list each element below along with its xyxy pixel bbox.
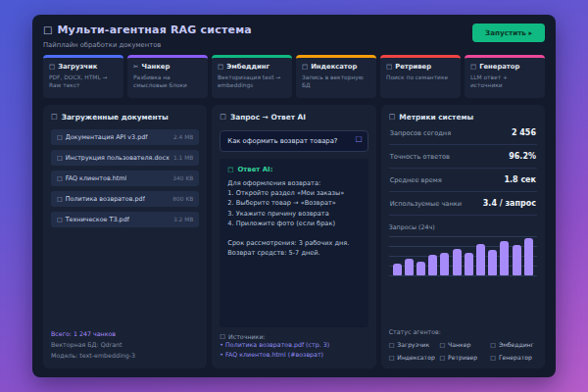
metric-row: Среднее время 1.8 сек xyxy=(389,169,537,192)
stage-title: Генератор xyxy=(479,63,519,71)
model-info: Модель: text-embedding-3 xyxy=(51,350,199,361)
stage-title: Индексатор xyxy=(311,63,357,71)
pipeline-row: □Загрузчик PDF, DOCX, HTML → Raw текст ✂… xyxy=(43,55,545,98)
query-input[interactable] xyxy=(220,130,368,152)
source-link[interactable]: • FAQ клиентов.html (#возврат) xyxy=(220,350,368,361)
agent-status-indexer: □Индексатор xyxy=(389,354,436,361)
agent-name: Индексатор xyxy=(397,354,434,361)
stage-card-generator[interactable]: □Генератор LLM ответ + источники xyxy=(465,55,545,98)
metric-row: Используемые чанки 3.4 / запрос xyxy=(389,192,537,216)
metric-value: 96.2% xyxy=(509,152,536,161)
file-size: 3.2 MB xyxy=(173,217,193,222)
chart-bar xyxy=(513,245,521,275)
chart-bar xyxy=(440,253,449,275)
metric-label: Используемые чанки xyxy=(390,200,462,208)
app-icon: □ xyxy=(43,25,52,35)
stage-card-loader[interactable]: □Загрузчик PDF, DOCX, HTML → Raw текст xyxy=(43,55,123,98)
chart-bar xyxy=(453,249,462,275)
metric-label: Среднее время xyxy=(390,176,442,184)
stage-card-indexer[interactable]: □Индексатор Запись в векторную БД xyxy=(296,55,376,98)
chart-bar xyxy=(488,250,497,275)
search-icon[interactable]: □ xyxy=(356,134,363,143)
file-name: Документация API v3.pdf xyxy=(66,133,148,141)
documents-panel: □Загруженные документы □Документация API… xyxy=(43,105,207,368)
answer-line: 2. Выберите товар → «Возврат» xyxy=(227,198,360,208)
chart-bar xyxy=(416,262,425,275)
metrics-panel: □Метрики системы Запросов сегодня 2 456 … xyxy=(381,105,545,368)
stage-card-chunker[interactable]: ✂Чанкер Разбивка на смысловые блоки xyxy=(127,55,208,98)
agents-status-block: Статус агентов: □Загрузчик □Чанкер □Эмбе… xyxy=(389,328,537,361)
answer-label: Ответ AI: xyxy=(237,166,272,173)
page-title: Мульти-агентная RAG система xyxy=(57,24,252,36)
stage-title: Чанкер xyxy=(141,63,170,71)
source-link[interactable]: • Политика возвратов.pdf (стр. 3) xyxy=(220,340,368,351)
stage-desc: Запись в векторную БД xyxy=(302,74,370,90)
app-header: □ Мульти-агентная RAG система Пайплайн о… xyxy=(43,24,545,49)
file-row[interactable]: □Техническое ТЗ.pdf 3.2 MB xyxy=(51,212,199,227)
requests-chart xyxy=(389,234,537,276)
answer-line: 3. Укажите причину возврата xyxy=(227,209,360,219)
file-row[interactable]: □Инструкция пользователя.docx 1.1 MB xyxy=(51,150,199,166)
stage-desc: Разбивка на смысловые блоки xyxy=(133,74,202,90)
answer-line: Возврат средств: 5-7 дней. xyxy=(227,248,360,258)
status-dot-icon: □ xyxy=(389,355,395,361)
file-name: Политика возвратов.pdf xyxy=(66,195,145,203)
chart-bar xyxy=(476,244,485,275)
file-name: Инструкция пользователя.docx xyxy=(66,154,170,162)
answer-box: □Ответ AI: Для оформления возврата: 1. О… xyxy=(220,159,368,327)
sources-icon: □ xyxy=(220,333,225,339)
stage-card-embedding[interactable]: □Эмбеддинг Векторизация text → embedding… xyxy=(212,55,292,98)
file-row[interactable]: □FAQ клиентов.html 340 KB xyxy=(51,171,199,186)
file-icon: □ xyxy=(57,196,63,202)
agent-status-generator: □Генератор xyxy=(490,354,537,361)
documents-header: Загруженные документы xyxy=(62,113,169,122)
metric-value: 2 456 xyxy=(512,128,536,137)
file-list: □Документация API v3.pdf 2.4 MB □Инструк… xyxy=(51,129,199,232)
stage-desc: Векторизация text → embeddings xyxy=(218,74,286,90)
answer-line xyxy=(227,228,360,238)
file-size: 2.4 MB xyxy=(173,134,193,140)
chart-bar xyxy=(465,253,473,275)
agents-grid: □Загрузчик □Чанкер □Эмбеддинг □Индексато… xyxy=(389,341,537,361)
metric-row: Запросов сегодня 2 456 xyxy=(389,122,537,145)
page-subtitle: Пайплайн обработки документов xyxy=(43,41,252,49)
run-pipeline-button[interactable]: Запустить ▸ xyxy=(472,24,545,42)
metric-label: Точность ответов xyxy=(390,153,450,161)
indexer-icon: □ xyxy=(302,64,308,71)
status-dot-icon: □ xyxy=(439,355,445,361)
stage-card-retriever[interactable]: □Ретривер Поиск по семантике xyxy=(380,55,461,98)
metric-row: Точность ответов 96.2% xyxy=(389,145,537,169)
file-icon: □ xyxy=(57,134,63,140)
stage-title: Эмбеддинг xyxy=(226,63,270,71)
stage-title: Загрузчик xyxy=(58,63,97,71)
metric-value: 3.4 / запрос xyxy=(483,199,536,208)
answer-line: Срок рассмотрения: 3 рабочих дня. xyxy=(227,238,360,248)
agent-status-loader: □Загрузчик xyxy=(389,341,436,348)
status-dot-icon: □ xyxy=(439,342,445,348)
file-row[interactable]: □Политика возвратов.pdf 800 KB xyxy=(51,191,199,207)
vector-db-info: Векторная БД: Qdrant xyxy=(51,339,199,350)
file-size: 1.1 MB xyxy=(173,155,193,161)
agent-status-embedding: □Эмбеддинг xyxy=(490,341,537,348)
file-row[interactable]: □Документация API v3.pdf 2.4 MB xyxy=(51,129,199,145)
metrics-icon: □ xyxy=(389,114,396,121)
rag-app-window: □ Мульти-агентная RAG система Пайплайн о… xyxy=(32,15,556,377)
requests-chart-bars xyxy=(391,234,535,275)
file-icon: □ xyxy=(57,155,63,161)
chart-bar xyxy=(393,264,402,275)
scissors-icon: ✂ xyxy=(133,64,138,71)
agent-status-chunker: □Чанкер xyxy=(439,341,486,348)
chat-panel: □Запрос → Ответ AI □ □Ответ AI: Для офор… xyxy=(212,105,375,368)
documents-summary: Всего: 1 247 чанков Векторная БД: Qdrant… xyxy=(51,328,199,361)
status-dot-icon: □ xyxy=(490,355,496,361)
metric-label: Запросов сегодня xyxy=(390,129,451,137)
file-size: 340 KB xyxy=(172,175,193,181)
stage-desc: PDF, DOCX, HTML → Raw текст xyxy=(49,74,118,90)
agent-name: Чанкер xyxy=(448,341,470,348)
chart-bar xyxy=(405,259,414,275)
agent-name: Загрузчик xyxy=(397,341,429,348)
file-icon: □ xyxy=(57,217,63,222)
answer-line: 4. Приложите фото (если брак) xyxy=(227,219,360,228)
status-dot-icon: □ xyxy=(389,342,395,348)
ai-answer-icon: □ xyxy=(227,167,233,173)
